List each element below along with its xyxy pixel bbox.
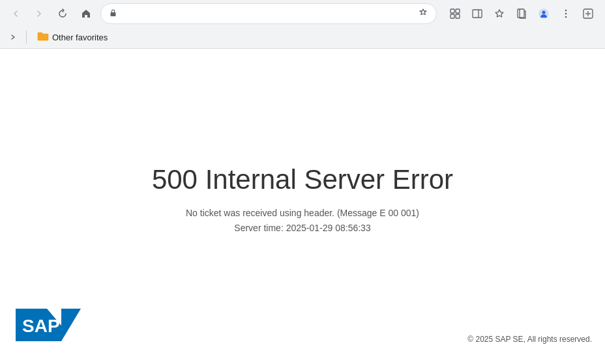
svg-point-10: [565, 10, 567, 12]
svg-rect-1: [450, 9, 454, 13]
url-input[interactable]: https://.…44300/sap/p…: [121, 9, 414, 19]
svg-point-9: [542, 11, 546, 14]
sidebar-button[interactable]: [467, 3, 488, 24]
new-tab-button[interactable]: [578, 3, 598, 24]
other-favorites-label: Other favorites: [52, 33, 108, 42]
svg-rect-5: [473, 10, 482, 18]
svg-marker-17: [61, 309, 81, 341]
page-content: 500 Internal Server Error No ticket was …: [0, 49, 605, 350]
forward-button[interactable]: [30, 5, 48, 23]
sap-logo: SAP: [16, 309, 81, 344]
svg-rect-0: [111, 12, 116, 16]
error-title: 500 Internal Server Error: [152, 164, 453, 195]
address-bar[interactable]: https://.…44300/sap/p…: [100, 3, 437, 24]
lock-icon: [109, 8, 117, 19]
svg-point-11: [565, 13, 567, 15]
bookmarks-bar: Other favorites: [0, 27, 605, 48]
bookmarks-divider: [26, 31, 27, 44]
svg-rect-2: [456, 9, 460, 13]
svg-rect-7: [518, 9, 524, 18]
svg-rect-4: [456, 14, 460, 18]
profile-button[interactable]: [533, 3, 554, 24]
footer-text: © 2025 SAP SE, All rights reserved.: [467, 335, 592, 344]
more-button[interactable]: [555, 3, 576, 24]
error-message: No ticket was received using header. (Me…: [186, 206, 419, 235]
browser-chrome: https://.…44300/sap/p…: [0, 0, 605, 49]
svg-text:SAP: SAP: [22, 316, 60, 336]
refresh-button[interactable]: [53, 5, 72, 23]
extensions-button[interactable]: [445, 3, 465, 24]
favorites-button[interactable]: [489, 3, 510, 24]
svg-point-12: [565, 16, 567, 18]
bookmark-star-icon[interactable]: [418, 8, 428, 20]
collections-button[interactable]: [511, 3, 532, 24]
error-message-line2: Server time: 2025-01-29 08:56:33: [186, 221, 419, 235]
toolbar-icons: [445, 3, 598, 24]
svg-rect-3: [450, 14, 454, 18]
home-button[interactable]: [77, 5, 95, 23]
other-favorites-button[interactable]: Other favorites: [32, 29, 113, 46]
folder-icon: [37, 31, 49, 44]
titlebar: https://.…44300/sap/p…: [0, 0, 605, 27]
bookmarks-chevron-button[interactable]: [5, 29, 21, 45]
error-message-line1: No ticket was received using header. (Me…: [186, 206, 419, 220]
page-footer: © 2025 SAP SE, All rights reserved.: [467, 335, 592, 344]
back-button[interactable]: [7, 5, 25, 23]
